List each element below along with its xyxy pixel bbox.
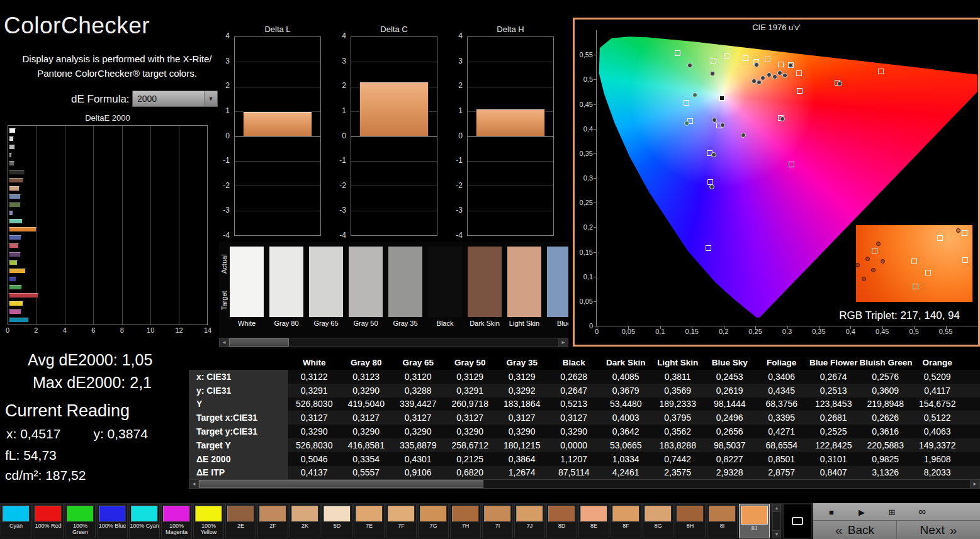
swatch-strip-scrollbar[interactable]: ◄ ►	[219, 338, 568, 347]
measured-marker	[777, 70, 782, 75]
x-tick-label: 12	[172, 326, 187, 334]
table-cell: 0,5213	[548, 399, 600, 409]
table-cell: 4,2461	[600, 467, 652, 477]
pattern-tile-100-blue[interactable]: 100% Blue	[97, 504, 128, 538]
table-cell: 180,1215	[496, 440, 548, 450]
inset-measured-marker	[956, 228, 960, 233]
table-row: Y526,8030419,5040339,4427260,9718183,186…	[189, 397, 980, 411]
table-cell: 0,3129	[444, 372, 497, 382]
pattern-label: 7J	[515, 523, 544, 529]
table-cell: 0,3290	[392, 426, 444, 436]
table-cell: 0,3127	[496, 413, 548, 423]
table-row: Target x:CIE310,31270,31270,31270,31270,…	[189, 411, 980, 425]
x-tick-label: 8	[115, 326, 130, 334]
pattern-tile-cyan[interactable]: Cyan	[1, 504, 31, 538]
de-formula-value: 2000	[133, 94, 204, 104]
table-cell: 0,8	[964, 454, 980, 464]
table-cell: 0,2674	[808, 372, 860, 382]
swatch-label: Black	[428, 320, 462, 327]
pattern-tile-100-red[interactable]: 100% Red	[33, 504, 64, 538]
scrollbar-thumb[interactable]	[199, 480, 483, 488]
table-cell: 60,	[964, 399, 980, 409]
pattern-tile-100-cyan[interactable]: 100% Cyan	[129, 504, 160, 538]
chevron-down-icon[interactable]: ▼	[204, 91, 217, 106]
measured-marker	[788, 63, 793, 68]
deltae-bar-yellow-green	[9, 260, 18, 265]
table-scrollbar[interactable]: ◄ ►	[189, 479, 980, 489]
pattern-tile-8f[interactable]: 8F	[611, 504, 641, 538]
pattern-tile-100-green[interactable]: 100% Green	[65, 504, 96, 538]
scroll-left-icon[interactable]: ◄	[220, 338, 229, 347]
scrollbar-track	[199, 480, 970, 488]
pattern-tile-7h[interactable]: 7H	[450, 504, 481, 538]
pattern-swatch	[131, 506, 158, 522]
y-tick-label: 4	[448, 31, 463, 40]
pattern-tile-2k[interactable]: 2K	[290, 504, 320, 538]
deltae-bar-black	[9, 170, 25, 175]
deltae-bar-orange-yellow	[9, 269, 26, 274]
table-cell: 183,8288	[652, 440, 704, 450]
pattern-tile-7i[interactable]: 7I	[482, 504, 513, 538]
pattern-tile-7g[interactable]: 7G	[418, 504, 449, 538]
table-cell: 0,2656	[704, 426, 756, 436]
deltae-bar-foliage	[9, 203, 21, 208]
table-cell: 0,3127	[444, 413, 497, 423]
play-icon[interactable]: ▶	[850, 505, 874, 519]
pattern-swatch	[452, 506, 479, 522]
table-cell: 0,8227	[704, 454, 756, 464]
tiles-vertical-scrollbar[interactable]: ▲ ▼	[772, 504, 781, 538]
pattern-tile-8i[interactable]: 8I	[707, 504, 738, 538]
table-cell: 0,2453	[704, 372, 756, 382]
pattern-tile-100-yellow[interactable]: 100% Yellow	[193, 504, 224, 538]
page-description: Display analysis is performed with the X…	[11, 52, 223, 81]
stop-icon[interactable]: ■	[819, 505, 843, 519]
table-cell: 154,6752	[911, 399, 964, 409]
y-tick-label: 0	[448, 131, 463, 140]
y-tick-label: -3	[448, 206, 463, 214]
pattern-tile-8j[interactable]: 8J	[739, 504, 770, 538]
pattern-tile-8h[interactable]: 8H	[675, 504, 706, 538]
pattern-label: 100% Green	[65, 523, 95, 536]
next-button[interactable]: Next »	[896, 521, 980, 539]
table-row: Target y:CIE310,32900,32900,32900,32900,…	[189, 425, 980, 438]
gridline	[93, 126, 94, 325]
pattern-tile-2f[interactable]: 2F	[257, 504, 288, 538]
y-tick-label: -4	[448, 231, 463, 240]
deltae-bar-gray-80	[9, 136, 14, 142]
scroll-up-icon[interactable]: ▲	[773, 504, 780, 512]
pattern-tile-5d[interactable]: 5D	[322, 504, 352, 538]
loop-icon[interactable]: ∞	[910, 505, 934, 519]
pattern-tile-2e[interactable]: 2E	[225, 504, 256, 538]
pattern-tile-100-magenta[interactable]: 100% Magenta	[161, 504, 192, 538]
pattern-swatch	[99, 506, 126, 522]
pattern-tile-8g[interactable]: 8G	[643, 504, 673, 538]
scroll-left-icon[interactable]: ◄	[189, 480, 199, 488]
deltae-bar-dark-skin	[9, 178, 23, 183]
y-tick-label: -2	[215, 181, 230, 190]
scroll-down-icon[interactable]: ▼	[773, 530, 780, 538]
scrollbar-thumb[interactable]	[229, 338, 289, 347]
pattern-tile-8d[interactable]: 8D	[546, 504, 577, 538]
back-button[interactable]: « Back	[813, 521, 896, 539]
table-cell: 0,2513	[808, 386, 860, 396]
actual-swatch	[269, 247, 303, 282]
inset-target-marker	[925, 270, 931, 275]
delta-l-yaxis: 43210-1-2-3-4	[217, 36, 232, 236]
pattern-window-button[interactable]	[783, 504, 812, 538]
pattern-tile-8e[interactable]: 8E	[578, 504, 609, 538]
pattern-tile-7e[interactable]: 7E	[354, 504, 385, 538]
scroll-right-icon[interactable]: ►	[970, 480, 979, 488]
pattern-grid-icon[interactable]: ⊞	[880, 505, 904, 519]
target-swatch	[547, 282, 568, 317]
x-tick-mark	[660, 326, 661, 329]
gridline	[351, 136, 437, 137]
table-cell: 0,3395	[756, 413, 808, 423]
delta_h-bar	[476, 109, 545, 136]
row-label: Target y:CIE31	[189, 425, 288, 438]
de-formula-dropdown[interactable]: 2000 ▼	[132, 91, 218, 107]
deltae-bar-purple	[9, 252, 21, 257]
table-cell: 0,3811	[652, 372, 704, 382]
scroll-right-icon[interactable]: ►	[558, 338, 568, 347]
pattern-tile-7j[interactable]: 7J	[514, 504, 545, 538]
pattern-tile-7f[interactable]: 7F	[386, 504, 417, 538]
